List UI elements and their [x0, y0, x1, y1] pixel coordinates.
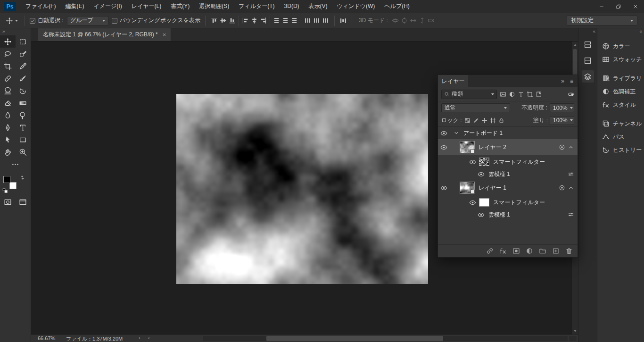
status-collapse-chevron-icon[interactable]: ‹: [148, 335, 150, 341]
distribute-right-icon[interactable]: [322, 17, 330, 25]
3d-orbit-icon[interactable]: [391, 17, 399, 25]
3d-pan-icon[interactable]: [409, 17, 417, 25]
dock-item-history[interactable]: ヒストリー: [597, 143, 644, 157]
filter-type-icon[interactable]: [517, 91, 525, 98]
menu-item-4[interactable]: 書式(Y): [166, 0, 194, 13]
eye-icon[interactable]: [478, 211, 485, 218]
folder-icon[interactable]: [539, 247, 546, 255]
horizontal-scroll-thumb[interactable]: [266, 336, 443, 341]
fx-icon[interactable]: [499, 247, 507, 255]
close-button[interactable]: [627, 0, 644, 13]
filter-adjust-icon[interactable]: [508, 91, 516, 98]
tool-eyedropper[interactable]: [16, 60, 31, 72]
tool-quick-mask[interactable]: [0, 196, 16, 208]
eye-icon[interactable]: [478, 171, 485, 178]
layer-thumbnail[interactable]: [479, 158, 489, 166]
scroll-down-icon[interactable]: [574, 330, 577, 332]
zoom-level[interactable]: 66.67%: [38, 335, 55, 341]
filter-blend-icon[interactable]: [568, 211, 574, 218]
tool-move[interactable]: [0, 35, 16, 48]
distribute-vcenter-icon[interactable]: [281, 17, 289, 25]
auto-select-checkbox[interactable]: 自動選択 :: [30, 17, 64, 25]
tool-lasso[interactable]: [0, 48, 16, 60]
align-right-icon[interactable]: [259, 17, 267, 25]
layer-row-2[interactable]: スマートフィルター: [438, 155, 578, 168]
strip-split-panel-button[interactable]: [582, 54, 594, 67]
layer-row-5[interactable]: スマートフィルター: [438, 196, 578, 209]
strip-layers-dock-button[interactable]: [582, 70, 594, 83]
tool-path-selection[interactable]: [0, 133, 16, 146]
eye-icon[interactable]: [440, 130, 447, 137]
3d-roll-icon[interactable]: [400, 17, 408, 25]
smart-badge-icon[interactable]: [559, 144, 565, 150]
menu-item-1[interactable]: 編集(E): [60, 0, 89, 13]
document-tab[interactable]: 名称未設定 1 @ 66.7% (レイヤー 2, RGB/8) * ×: [38, 28, 171, 41]
workspace-dropdown[interactable]: 初期設定: [567, 16, 637, 25]
align-bottom-icon[interactable]: [228, 17, 236, 25]
expand-panel-icon[interactable]: »: [561, 78, 564, 84]
layer-row-4[interactable]: レイヤー 1: [438, 180, 578, 196]
tool-spot-healing[interactable]: [0, 72, 16, 84]
tool-dodge[interactable]: [16, 109, 31, 121]
menu-item-2[interactable]: イメージ(I): [89, 0, 126, 13]
distribute-top-icon[interactable]: [272, 17, 281, 25]
eye-icon[interactable]: [440, 144, 447, 151]
tool-edit-toolbar[interactable]: [0, 158, 31, 170]
swap-colors-icon[interactable]: [19, 175, 25, 181]
eye-icon[interactable]: [469, 158, 476, 166]
opacity-dropdown[interactable]: 100%: [550, 103, 574, 112]
tool-quick-selection[interactable]: [16, 48, 31, 60]
tool-rectangular-marquee[interactable]: [16, 35, 31, 48]
status-menu-chevron-icon[interactable]: ›: [139, 335, 140, 341]
dock-item-adjustments[interactable]: 色調補正: [597, 85, 644, 98]
tool-crop[interactable]: [0, 60, 16, 72]
lock-all-icon[interactable]: [498, 117, 505, 124]
align-hcenter-icon[interactable]: [250, 17, 258, 25]
tool-history-brush[interactable]: [16, 84, 31, 97]
dock-item-styles[interactable]: スタイル: [597, 98, 644, 111]
restore-button[interactable]: [610, 0, 627, 13]
collapse-toolbar-chevrons-icon[interactable]: »: [0, 28, 31, 35]
filter-smart-icon[interactable]: [535, 91, 543, 98]
expand-strip-chevrons-icon[interactable]: «: [578, 28, 597, 35]
layer-thumbnail[interactable]: [479, 198, 489, 207]
filter-toggle-icon[interactable]: [568, 91, 574, 98]
eye-icon[interactable]: [469, 199, 476, 206]
menu-item-8[interactable]: 表示(V): [304, 0, 332, 13]
distribute-left-icon[interactable]: [304, 17, 312, 25]
menu-item-3[interactable]: レイヤー(L): [127, 0, 166, 13]
filter-pixel-icon[interactable]: [499, 91, 507, 98]
tool-hand[interactable]: [0, 146, 16, 158]
dock-item-libraries[interactable]: ライブラリ: [597, 72, 644, 85]
panel-menu-icon[interactable]: ≡: [570, 78, 573, 84]
menu-item-6[interactable]: フィルター(T): [234, 0, 279, 13]
dock-item-paths[interactable]: パス: [597, 130, 644, 143]
filter-blend-icon[interactable]: [568, 171, 574, 177]
trash-icon[interactable]: [565, 247, 573, 255]
layer-row-3[interactable]: 雲模様 1: [438, 168, 578, 180]
chevron-up-icon[interactable]: [568, 184, 574, 191]
menu-item-10[interactable]: ヘルプ(H): [380, 0, 414, 13]
tool-type[interactable]: [16, 121, 31, 133]
layer-row-1[interactable]: レイヤー 2: [438, 139, 578, 155]
dock-item-swatches[interactable]: スウォッチ: [597, 53, 644, 66]
layer-filter-type-dropdown[interactable]: 種類: [441, 90, 497, 99]
tool-brush[interactable]: [16, 72, 31, 84]
3d-camera-icon[interactable]: [427, 17, 435, 25]
lock-transparent-icon[interactable]: [464, 117, 471, 124]
align-vcenter-icon[interactable]: [219, 17, 227, 25]
link-icon[interactable]: [486, 247, 494, 255]
blend-mode-dropdown[interactable]: 通常: [441, 103, 510, 112]
menu-item-7[interactable]: 3D(D): [280, 0, 304, 13]
auto-select-scope-dropdown[interactable]: グループ: [67, 16, 108, 25]
menu-item-5[interactable]: 選択範囲(S): [194, 0, 234, 13]
tool-eraser[interactable]: [0, 97, 16, 109]
3d-slide-icon[interactable]: [418, 17, 426, 25]
filter-shape-icon[interactable]: [526, 91, 534, 98]
bounding-box-checkbox[interactable]: バウンディングボックスを表示: [112, 17, 200, 25]
horizontal-scrollbar[interactable]: [203, 336, 568, 341]
adjustment-icon[interactable]: [526, 247, 533, 255]
fill-dropdown[interactable]: 100%: [550, 116, 574, 125]
tool-screen-mode[interactable]: [16, 196, 31, 208]
collapse-dock-chevrons-icon[interactable]: «: [597, 28, 644, 35]
